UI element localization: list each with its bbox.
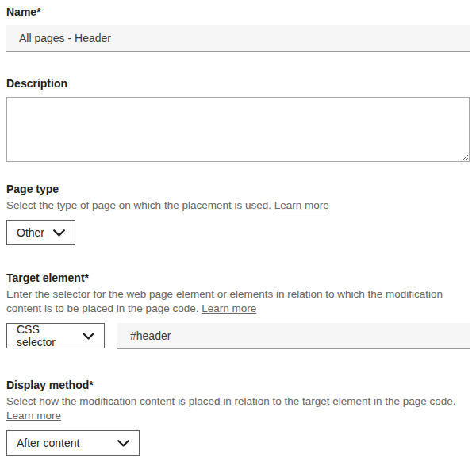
- page-type-dropdown[interactable]: Other: [6, 220, 75, 245]
- page-type-dropdown-value: Other: [17, 226, 44, 239]
- name-section: Name*: [6, 6, 470, 52]
- chevron-down-icon: [117, 440, 129, 447]
- name-input[interactable]: [6, 25, 470, 52]
- display-method-helper-text: Select how the modification content is p…: [6, 395, 456, 407]
- display-method-dropdown-value: After content: [17, 437, 79, 449]
- target-element-row: CSS selector: [6, 323, 470, 349]
- target-element-learn-more-link[interactable]: Learn more: [202, 302, 256, 314]
- page-type-helper: Select the type of page on which the pla…: [6, 198, 470, 213]
- display-method-learn-more-link[interactable]: Learn more: [6, 410, 61, 421]
- page-type-label: Page type: [6, 183, 470, 196]
- chevron-down-icon: [53, 229, 65, 237]
- description-label: Description: [6, 77, 470, 90]
- page-type-learn-more-link[interactable]: Learn more: [274, 199, 329, 211]
- target-element-label: Target element*: [6, 271, 470, 285]
- selector-type-dropdown[interactable]: CSS selector: [6, 323, 105, 348]
- page-type-section: Page type Select the type of page on whi…: [6, 183, 470, 245]
- selector-type-dropdown-value: CSS selector: [17, 323, 75, 348]
- display-method-label: Display method*: [6, 379, 470, 392]
- target-selector-input[interactable]: [117, 323, 470, 349]
- display-method-dropdown[interactable]: After content: [6, 430, 140, 456]
- display-method-section: Display method* Select how the modificat…: [6, 379, 470, 456]
- display-method-helper: Select how the modification content is p…: [6, 394, 470, 423]
- placement-form: Name* Description Page type Select the t…: [6, 6, 470, 456]
- description-section: Description: [6, 77, 470, 162]
- target-element-section: Target element* Enter the selector for t…: [6, 271, 470, 349]
- target-element-helper: Enter the selector for the web page elem…: [6, 287, 470, 316]
- page-type-helper-text: Select the type of page on which the pla…: [6, 199, 271, 211]
- name-label: Name*: [6, 6, 470, 19]
- description-textarea[interactable]: [6, 97, 470, 162]
- chevron-down-icon: [83, 333, 94, 340]
